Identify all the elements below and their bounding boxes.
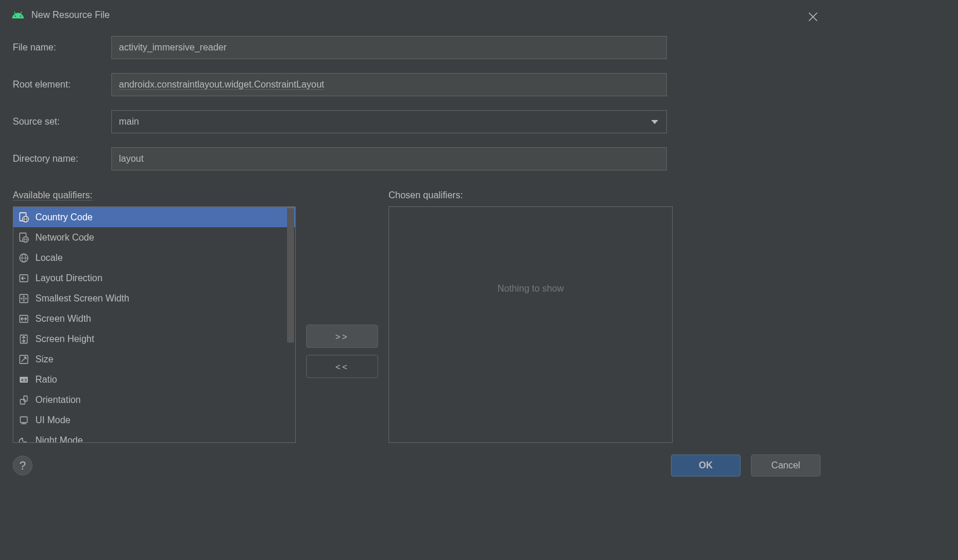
qualifier-item[interactable]: UI Mode bbox=[13, 410, 295, 430]
qualifier-item[interactable]: Night Mode bbox=[13, 430, 295, 443]
qualifier-item[interactable]: Country Code bbox=[13, 207, 295, 227]
qualifier-item-label: Screen Height bbox=[35, 334, 94, 344]
available-qualifiers-list[interactable]: Country CodeNetwork CodeLocaleLayout Dir… bbox=[13, 206, 296, 443]
file-name-label: File name: bbox=[13, 42, 111, 53]
empty-placeholder: Nothing to show bbox=[498, 283, 564, 294]
dialog-title: New Resource File bbox=[31, 10, 110, 20]
scrollbar[interactable] bbox=[287, 208, 294, 343]
close-button[interactable] bbox=[805, 9, 821, 27]
cancel-button[interactable]: Cancel bbox=[751, 454, 821, 477]
qualifier-item-label: Orientation bbox=[35, 395, 81, 405]
qualifier-item[interactable]: Layout Direction bbox=[13, 268, 295, 288]
chevron-down-icon bbox=[651, 117, 658, 127]
qualifier-item-label: Country Code bbox=[35, 212, 93, 223]
qualifier-item[interactable]: 4:3Ratio bbox=[13, 369, 295, 390]
source-set-select[interactable]: main bbox=[111, 110, 667, 133]
arrows-v-icon bbox=[18, 333, 30, 345]
arrow-left-box-icon bbox=[18, 272, 30, 284]
qualifier-item[interactable]: Locale bbox=[13, 248, 295, 268]
qualifier-item-label: Screen Width bbox=[35, 314, 91, 324]
svg-text:4:3: 4:3 bbox=[21, 378, 27, 382]
moon-icon bbox=[18, 435, 30, 443]
svg-rect-22 bbox=[20, 417, 27, 423]
qualifier-item-label: Size bbox=[35, 354, 53, 365]
source-set-value: main bbox=[119, 117, 139, 127]
remove-qualifier-button[interactable]: << bbox=[306, 355, 378, 378]
source-set-label: Source set: bbox=[13, 117, 111, 127]
root-element-label: Root element: bbox=[13, 79, 111, 90]
arrows-all-icon bbox=[18, 293, 30, 304]
chosen-qualifiers-label: Chosen qualifiers: bbox=[389, 190, 673, 201]
qualifier-item[interactable]: Screen Width bbox=[13, 308, 295, 329]
svg-rect-20 bbox=[20, 399, 25, 404]
chosen-qualifiers-list[interactable]: Nothing to show bbox=[389, 206, 673, 443]
qualifier-item[interactable]: Screen Height bbox=[13, 329, 295, 349]
svg-rect-21 bbox=[24, 396, 27, 401]
qualifier-item-label: Night Mode bbox=[35, 435, 83, 443]
qualifier-item-label: Ratio bbox=[35, 374, 57, 385]
help-button[interactable]: ? bbox=[13, 456, 32, 475]
globe-icon bbox=[18, 252, 30, 264]
add-qualifier-button[interactable]: >> bbox=[306, 325, 378, 348]
arrows-h-icon bbox=[18, 313, 30, 325]
android-icon bbox=[12, 9, 24, 21]
qualifier-item-label: Locale bbox=[35, 253, 63, 263]
qualifier-item[interactable]: Network Code bbox=[13, 227, 295, 248]
directory-name-input[interactable] bbox=[111, 147, 667, 170]
ok-button[interactable]: OK bbox=[671, 454, 741, 477]
available-qualifiers-label: Available qualifiers: bbox=[13, 190, 296, 201]
file-name-input[interactable] bbox=[111, 36, 667, 59]
globe-doc-icon bbox=[18, 212, 30, 223]
qualifier-item[interactable]: Smallest Screen Width bbox=[13, 288, 295, 308]
qualifier-item-label: Network Code bbox=[35, 232, 94, 243]
orientation-icon bbox=[18, 394, 30, 406]
device-icon bbox=[18, 414, 30, 426]
expand-icon bbox=[18, 354, 30, 365]
qualifier-item-label: UI Mode bbox=[35, 415, 70, 426]
qualifier-item-label: Smallest Screen Width bbox=[35, 293, 129, 304]
ratio-icon: 4:3 bbox=[18, 374, 30, 386]
qualifier-item[interactable]: Size bbox=[13, 349, 295, 369]
globe-doc-icon bbox=[18, 232, 30, 243]
qualifier-item-label: Layout Direction bbox=[35, 273, 103, 283]
root-element-input[interactable] bbox=[111, 73, 667, 96]
directory-name-label: Directory name: bbox=[13, 154, 111, 164]
qualifier-item[interactable]: Orientation bbox=[13, 390, 295, 410]
